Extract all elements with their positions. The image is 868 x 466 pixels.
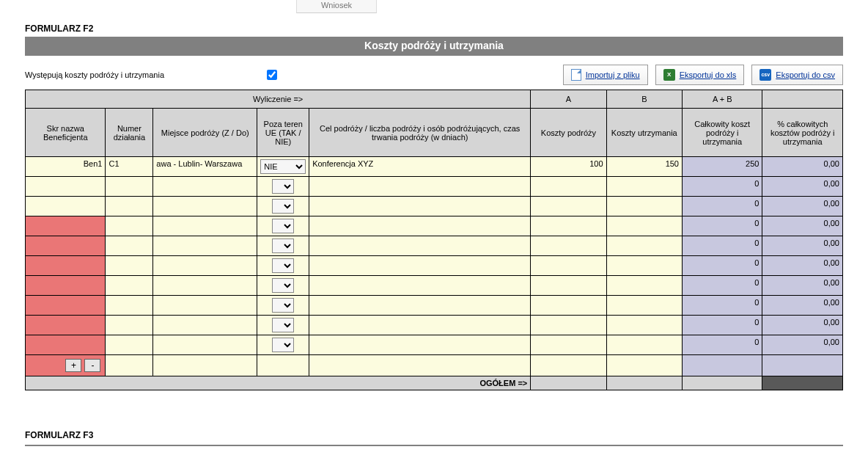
table-cell-poza[interactable] [257, 276, 309, 296]
table-cell-poza[interactable] [257, 316, 309, 335]
import-file-button[interactable]: Importuj z pliku [563, 65, 648, 85]
table-cell-numer[interactable] [106, 335, 153, 355]
remove-row-button[interactable]: - [84, 359, 100, 372]
table-cell-poza[interactable] [257, 197, 309, 216]
poza-select[interactable] [272, 239, 294, 253]
table-cell-a[interactable] [531, 316, 606, 335]
table-cell-skr[interactable] [26, 197, 106, 216]
add-row-button[interactable]: + [65, 359, 81, 372]
col-empty [762, 90, 843, 109]
table-cell-numer[interactable]: C1 [106, 157, 153, 177]
table-cell-poza[interactable] [257, 177, 309, 197]
table-cell-poza[interactable] [257, 335, 309, 355]
table-cell-cel[interactable] [309, 276, 531, 296]
table-cell-cel[interactable] [309, 335, 531, 355]
table-cell-poza[interactable]: NIE [257, 157, 309, 177]
poza-select[interactable] [272, 278, 294, 293]
table-cell-cel[interactable] [309, 296, 531, 316]
table-cell-poza[interactable] [257, 256, 309, 276]
table-cell-b[interactable] [606, 296, 682, 316]
table-cell-skr[interactable] [26, 236, 106, 256]
table-cell-b[interactable]: 150 [606, 157, 682, 177]
table-cell-skr[interactable] [26, 256, 106, 276]
table-cell-cel[interactable] [309, 197, 531, 216]
cell-empty[interactable] [257, 355, 309, 376]
table-cell-a[interactable] [531, 276, 606, 296]
col-miejsce: Miejsce podróży (Z / Do) [153, 109, 257, 157]
table-cell-b[interactable] [606, 197, 682, 216]
export-xls-button[interactable]: X Eksportuj do xls [655, 65, 745, 85]
poza-select[interactable] [272, 338, 294, 352]
export-csv-button[interactable]: csv Eksportuj do csv [751, 65, 843, 85]
table-cell-cel[interactable] [309, 256, 531, 276]
table-cell-numer[interactable] [106, 316, 153, 335]
poza-select[interactable] [272, 219, 294, 233]
table-cell-b[interactable] [606, 316, 682, 335]
cell-empty[interactable] [153, 355, 257, 376]
table-cell-a[interactable]: 100 [531, 157, 606, 177]
cell-empty [762, 355, 843, 376]
table-cell-cel[interactable] [309, 236, 531, 256]
table-cell-miejsce[interactable] [153, 296, 257, 316]
table-cell-cel[interactable] [309, 216, 531, 236]
cell-empty[interactable] [606, 355, 682, 376]
table-cell-numer[interactable] [106, 197, 153, 216]
table-cell-skr[interactable] [26, 316, 106, 335]
table-cell-poza[interactable] [257, 296, 309, 316]
table-cell-cel[interactable]: Konferencja XYZ [309, 157, 531, 177]
poza-select[interactable] [272, 318, 294, 332]
table-cell-miejsce[interactable] [153, 236, 257, 256]
col-b: B [606, 90, 682, 109]
table-cell-miejsce[interactable] [153, 197, 257, 216]
table-cell-b[interactable] [606, 177, 682, 197]
poza-select[interactable] [272, 298, 294, 313]
table-cell-a[interactable] [531, 197, 606, 216]
tab-wniosek[interactable]: Wniosek [296, 0, 377, 13]
cell-empty[interactable] [531, 355, 606, 376]
table-cell-numer[interactable] [106, 236, 153, 256]
table-cell-a[interactable] [531, 296, 606, 316]
poza-select[interactable] [272, 199, 294, 214]
table-cell-skr[interactable] [26, 335, 106, 355]
table-cell-cel[interactable] [309, 316, 531, 335]
table-cell-numer[interactable] [106, 296, 153, 316]
table-cell-skr[interactable] [26, 216, 106, 236]
table-cell-miejsce[interactable]: awa - Lublin- Warszawa [153, 157, 257, 177]
table-cell-a[interactable] [531, 236, 606, 256]
table-cell-poza[interactable] [257, 216, 309, 236]
table-cell-poza[interactable] [257, 236, 309, 256]
table-cell-a[interactable] [531, 216, 606, 236]
table-cell-b[interactable] [606, 276, 682, 296]
table-cell-a[interactable] [531, 177, 606, 197]
table-cell-miejsce[interactable] [153, 216, 257, 236]
table-cell-miejsce[interactable] [153, 276, 257, 296]
table-cell-miejsce[interactable] [153, 316, 257, 335]
present-costs-checkbox[interactable] [267, 70, 277, 80]
poza-select[interactable] [272, 179, 294, 194]
poza-select[interactable] [272, 258, 294, 273]
table-cell-skr[interactable] [26, 296, 106, 316]
table-cell-numer[interactable] [106, 216, 153, 236]
table-cell-cel[interactable] [309, 177, 531, 197]
table-cell-miejsce[interactable] [153, 335, 257, 355]
ogolem-pct [762, 376, 843, 390]
table-cell-skr[interactable] [26, 177, 106, 197]
poza-select[interactable]: NIE [260, 159, 306, 174]
table-cell-b[interactable] [606, 216, 682, 236]
cell-empty[interactable] [309, 355, 531, 376]
table-cell-skr[interactable]: Ben1 [26, 157, 106, 177]
table-cell-a[interactable] [531, 256, 606, 276]
table-cell-b[interactable] [606, 335, 682, 355]
table-cell-miejsce[interactable] [153, 177, 257, 197]
table-cell-numer[interactable] [106, 177, 153, 197]
table-cell-miejsce[interactable] [153, 256, 257, 276]
table-cell-b[interactable] [606, 236, 682, 256]
table-cell-skr[interactable] [26, 276, 106, 296]
cell-empty[interactable] [106, 355, 153, 376]
table-cell-b[interactable] [606, 256, 682, 276]
table-cell-pct: 0,00 [762, 216, 843, 236]
section-heading: Koszty podróży i utrzymania [25, 37, 843, 56]
table-cell-numer[interactable] [106, 276, 153, 296]
table-cell-numer[interactable] [106, 256, 153, 276]
table-cell-a[interactable] [531, 335, 606, 355]
